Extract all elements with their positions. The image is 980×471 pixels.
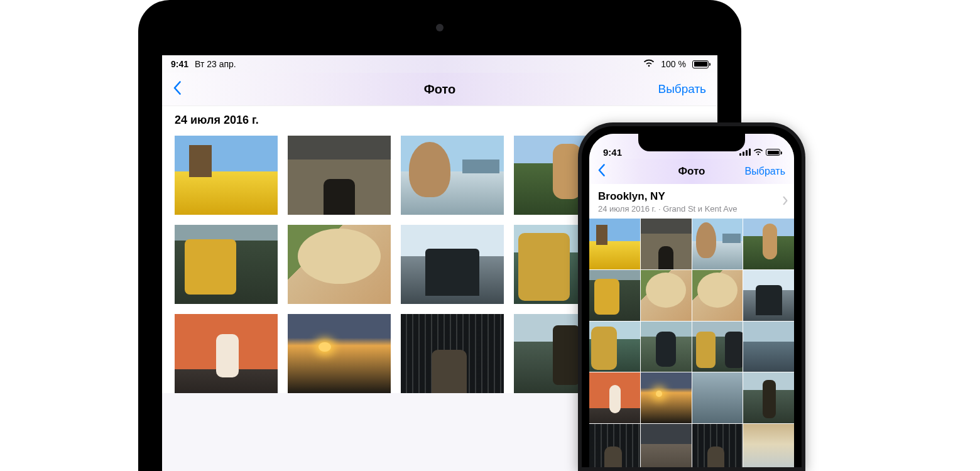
photo-thumb[interactable] [589, 219, 640, 269]
chevron-right-icon [783, 195, 788, 208]
photo-thumb[interactable] [692, 219, 743, 269]
photo-thumb[interactable] [589, 270, 640, 321]
photo-thumb[interactable] [641, 270, 692, 321]
photo-thumb[interactable] [589, 424, 640, 467]
ipad-nav-bar: Фото Выбрать [162, 73, 717, 106]
photo-thumb[interactable] [692, 372, 743, 423]
photo-thumb[interactable] [641, 372, 692, 423]
svg-rect-3 [749, 149, 751, 156]
photo-thumb[interactable] [743, 270, 794, 321]
photo-thumb[interactable] [401, 136, 504, 215]
wifi-icon [753, 147, 763, 158]
nav-title: Фото [162, 82, 717, 97]
photo-thumb[interactable] [288, 314, 391, 393]
iphone-nav-bar: Фото Выбрать [589, 159, 794, 184]
battery-icon [692, 60, 709, 68]
svg-rect-0 [739, 153, 741, 156]
photo-thumb[interactable] [641, 322, 692, 372]
select-button[interactable]: Выбрать [658, 82, 706, 96]
photo-thumb[interactable] [692, 322, 743, 372]
iphone-photo-grid [589, 219, 794, 467]
select-button[interactable]: Выбрать [745, 166, 785, 177]
svg-rect-2 [746, 150, 748, 156]
status-date: Вт 23 апр. [195, 59, 236, 69]
photo-thumb[interactable] [641, 219, 692, 269]
photo-thumb[interactable] [743, 219, 794, 269]
photo-thumb[interactable] [401, 314, 504, 393]
photo-thumb[interactable] [175, 136, 278, 215]
iphone-device: 9:41 Фото Выбрать [578, 122, 805, 471]
location-header[interactable]: Brooklyn, NY 24 июля 2016 г. · Grand St … [589, 184, 794, 219]
photo-thumb[interactable] [641, 424, 692, 467]
iphone-notch [638, 134, 745, 151]
status-time: 9:41 [603, 147, 622, 158]
photo-thumb[interactable] [589, 322, 640, 372]
location-subtitle: 24 июля 2016 г. · Grand St и Kent Ave [598, 204, 785, 214]
photo-thumb[interactable] [288, 225, 391, 304]
iphone-screen: 9:41 Фото Выбрать [589, 134, 794, 467]
photo-thumb[interactable] [743, 424, 794, 467]
photo-thumb[interactable] [175, 225, 278, 304]
ipad-camera-dot [436, 24, 444, 31]
photo-thumb[interactable] [288, 136, 391, 215]
photo-thumb[interactable] [401, 225, 504, 304]
back-button[interactable] [598, 164, 605, 179]
wifi-icon [643, 59, 655, 69]
photo-thumb[interactable] [743, 372, 794, 423]
location-title: Brooklyn, NY [598, 190, 785, 203]
photo-thumb[interactable] [743, 322, 794, 372]
back-button[interactable] [173, 81, 181, 97]
photo-thumb[interactable] [692, 270, 743, 321]
battery-icon [766, 149, 780, 156]
ipad-status-bar: 9:41 Вт 23 апр. 100 % [162, 55, 717, 73]
photo-thumb[interactable] [589, 372, 640, 423]
photo-thumb[interactable] [175, 314, 278, 393]
status-battery-pct: 100 % [661, 59, 686, 69]
status-time: 9:41 [171, 59, 188, 69]
svg-rect-1 [743, 152, 744, 156]
photo-thumb[interactable] [692, 424, 743, 467]
